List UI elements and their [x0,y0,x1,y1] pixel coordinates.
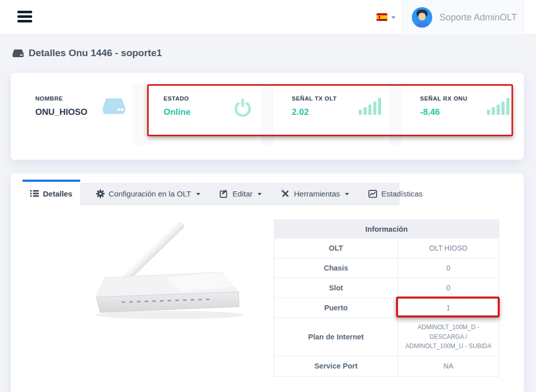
table-header: Información [274,220,499,238]
row-value: 1 [398,298,499,317]
signal-bars-icon [359,96,382,115]
tools-icon [281,189,290,198]
list-icon [30,190,39,197]
tab-label: Herramientas [294,189,340,198]
table-row: Slot 0 [274,278,499,298]
row-value: OLT HIOSO [398,238,499,258]
stat-value: ONU_HIOSO [35,107,87,117]
row-label: Slot [274,278,398,298]
row-value: 0 [398,278,499,298]
menu-hamburger-icon[interactable] [17,11,33,24]
onu-details-panel: Detalles Configuración en la OLT [11,174,524,392]
avatar [412,7,432,28]
tab-label: Estadísticas [381,189,423,198]
gear-icon [96,189,105,198]
tab-editar[interactable]: Editar [210,183,271,205]
language-selector[interactable] [377,13,395,21]
onu-status-card: NOMBRE ONU_HIOSO ESTADO Online SEÑAL TX … [11,73,524,160]
edit-icon [220,189,228,198]
page-title-text: Detalles Onu 1446 - soporte1 [29,47,162,59]
table-row-puerto: Puerto 1 [274,298,499,318]
stat-value: 2.02 [292,107,337,117]
table-row: Chasis 0 [274,258,499,278]
signal-bars-icon [487,96,510,115]
stat-label: SEÑAL TX OLT [292,95,337,102]
tab-label: Configuración en la OLT [109,189,191,198]
row-label: Plan de Internet [274,318,398,356]
stat-value: -8.46 [420,107,468,117]
inactive-tabs-strip: Configuración en la OLT Editar [80,183,400,205]
chevron-down-icon [345,193,349,195]
stat-label: SEÑAL RX ONU [420,95,468,102]
stat-label: NOMBRE [35,95,87,102]
tab-bar: Detalles Configuración en la OLT [22,180,400,205]
row-label: OLT [274,238,398,258]
tab-label: Editar [232,189,252,198]
tab-label: Detalles [43,189,73,198]
tab-herramientas[interactable]: Herramientas [271,183,359,205]
table-row: OLT OLT HIOSO [274,238,499,258]
row-value: 0 [398,258,499,278]
row-label: Chasis [274,258,398,278]
user-menu[interactable]: Soporte AdminOLT [402,0,524,35]
row-value: ADMINOLT_100M_D - DESCARGA / ADMINOLT_10… [398,318,499,356]
chevron-down-icon [258,193,262,195]
stat-senal-rx-onu: SEÑAL RX ONU -8.46 [395,73,524,160]
tab-estadisticas[interactable]: Estadísticas [359,183,432,205]
stat-nombre: NOMBRE ONU_HIOSO [11,73,139,160]
tab-configuracion-olt[interactable]: Configuración en la OLT [86,183,210,205]
stat-value: Online [164,107,191,117]
user-name: Soporte AdminOLT [439,12,517,23]
spain-flag-icon [377,13,387,21]
top-navbar: Soporte AdminOLT [0,0,536,35]
stat-estado: ESTADO Online [139,73,267,160]
informacion-table: Información OLT OLT HIOSO Chasis 0 Slot … [274,219,499,377]
page-title: Detalles Onu 1446 - soporte1 [12,47,162,59]
stat-senal-tx-olt: SEÑAL TX OLT 2.02 [267,73,395,160]
tab-detalles[interactable]: Detalles [22,180,80,205]
row-value: NA [398,356,499,376]
chevron-down-icon [391,16,395,19]
chevron-down-icon [196,193,200,195]
row-label: Service Port [274,356,398,376]
table-row: Plan de Internet ADMINOLT_100M_D - DESCA… [274,318,499,356]
onu-router-image [85,214,253,322]
power-icon [231,96,254,119]
row-label: Puerto [274,298,398,317]
onu-device-icon [12,48,24,58]
onu-device-icon [102,96,126,116]
chart-icon [368,190,377,198]
table-row: Service Port NA [274,356,499,376]
stat-label: ESTADO [164,95,191,102]
